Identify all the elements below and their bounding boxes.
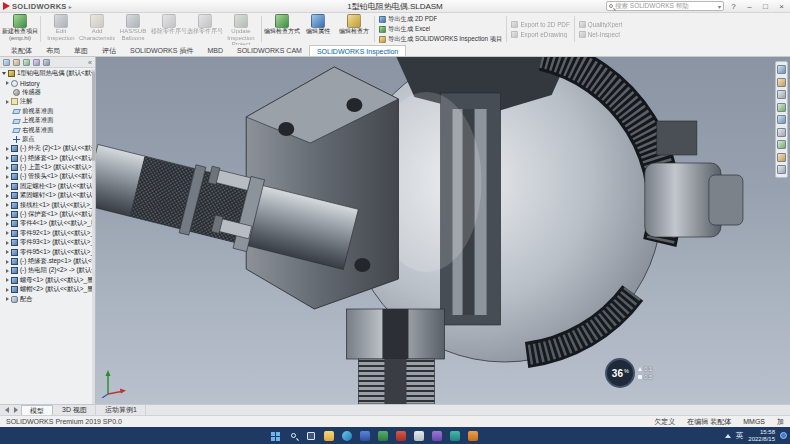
expand-arrow-icon[interactable]	[6, 260, 9, 264]
taskbar-app-3[interactable]	[377, 430, 389, 442]
solidworks-resources-icon[interactable]	[777, 65, 786, 74]
tree-item-part[interactable]: (-) 保护套<1> (默认<<默认>_显示状态>)	[0, 210, 95, 219]
tree-item-part[interactable]: (-) 上盖<1> (默认<<默认>_显示状态>)	[0, 163, 95, 172]
tray-expand-icon[interactable]	[725, 434, 731, 438]
ribbon-button-select-balloon[interactable]: 选择零件序号	[187, 13, 223, 45]
taskbar-app-6[interactable]	[431, 430, 443, 442]
taskbar-app-2[interactable]	[359, 430, 371, 442]
ribbon-button-export-to-2d-pdf[interactable]: Export to 2D PDF	[511, 20, 569, 29]
chevron-down-icon[interactable]: ▾	[718, 3, 721, 10]
ribbon-button-add-characteristic[interactable]: Add Characteristic	[79, 13, 115, 45]
tree-item-part[interactable]: (-) 绝缘套.step<1> (默认<<默认>_显示状态>)	[0, 257, 95, 266]
taskbar-file-explorer[interactable]	[323, 430, 335, 442]
maximize-button[interactable]: □	[759, 1, 772, 12]
expand-arrow-icon[interactable]	[6, 241, 9, 245]
tab-solidworks-addins[interactable]: SOLIDWORKS 插件	[123, 45, 200, 56]
expand-arrow-icon[interactable]	[6, 194, 9, 198]
tab-scroll-left-icon[interactable]	[5, 407, 9, 413]
ribbon-button-export-inspection-project-cn[interactable]: 导出生成 SOLIDWORKS Inspection 项目	[379, 35, 502, 44]
taskbar-app-5[interactable]	[413, 430, 425, 442]
expand-arrow-icon[interactable]	[6, 213, 9, 217]
taskbar-clock[interactable]: 15:58 2022/8/15	[748, 429, 775, 443]
status-tag[interactable]: 加	[777, 417, 784, 427]
task-view-button[interactable]	[305, 430, 317, 442]
expand-arrow-icon[interactable]	[6, 269, 9, 273]
tree-item-part[interactable]: 接线柱<1> (默认<<默认>_显示状态>)	[0, 200, 95, 209]
configuration-manager-icon[interactable]	[23, 59, 30, 66]
settings-pane-icon[interactable]	[777, 165, 786, 174]
graphics-area[interactable]: 36% 0.1 0.5	[96, 57, 790, 404]
tree-item-origin[interactable]: 原点	[0, 135, 95, 144]
panel-collapse-icon[interactable]: «	[88, 58, 92, 67]
tree-item-part[interactable]: 零件92<1> (默认<<默认>_显示状态>)	[0, 229, 95, 238]
tree-item-part[interactable]: 紧固螺钉<1> (默认<<默认>_显示状态>)	[0, 191, 95, 200]
ribbon-button-qualityxpert[interactable]: QualityXpert	[579, 20, 623, 29]
notification-icon[interactable]	[780, 432, 787, 439]
ribbon-button-export-2d-pdf-cn[interactable]: 导出生成 2D PDF	[379, 15, 502, 24]
close-button[interactable]: ×	[775, 1, 788, 12]
help-button[interactable]: ?	[727, 1, 740, 12]
expand-arrow-icon[interactable]	[6, 278, 9, 282]
dimxpert-manager-icon[interactable]	[33, 59, 40, 66]
expand-arrow-icon[interactable]	[6, 203, 9, 207]
tree-item-assembly-root[interactable]: 1型铂电阻热电偶 (默认<默认_显示状态-1>)	[0, 69, 95, 78]
ribbon-button-export-edrawing[interactable]: Export eDrawing	[511, 30, 569, 39]
tree-item-part[interactable]: 固定螺栓<1> (默认<<默认>_显示状态>)	[0, 182, 95, 191]
tab-assembly[interactable]: 装配体	[4, 45, 39, 56]
ribbon-button-remove-balloon[interactable]: 移除零件序号	[151, 13, 187, 45]
tab-3d-views[interactable]: 3D 视图	[54, 405, 96, 415]
view-palette-icon[interactable]	[777, 103, 786, 112]
tree-item-top-plane[interactable]: 上视基准面	[0, 116, 95, 125]
expand-arrow-icon[interactable]	[6, 166, 9, 170]
taskbar-app-1[interactable]	[341, 430, 353, 442]
model-right-boss[interactable]	[645, 121, 743, 237]
expand-arrow-icon[interactable]	[6, 184, 9, 188]
taskbar-app-8[interactable]	[467, 430, 479, 442]
feature-tree-icon[interactable]	[3, 59, 10, 66]
tree-item-part[interactable]: 零件95<1> (默认<<默认>_显示状态>)	[0, 247, 95, 256]
tab-evaluate[interactable]: 评估	[95, 45, 123, 56]
tab-motion-study[interactable]: 运动算例1	[97, 405, 146, 415]
expand-arrow-icon[interactable]	[6, 250, 9, 254]
tree-item-history[interactable]: History	[0, 78, 95, 87]
tree-item-mates[interactable]: 配合	[0, 294, 95, 303]
tab-solidworks-inspection[interactable]: SOLIDWORKS Inspection	[309, 45, 406, 56]
tab-solidworks-cam[interactable]: SOLIDWORKS CAM	[230, 45, 309, 56]
inspection-pane-icon[interactable]	[777, 140, 786, 149]
tree-item-right-plane[interactable]: 右视基准面	[0, 125, 95, 134]
tree-item-front-plane[interactable]: 前视基准面	[0, 107, 95, 116]
file-explorer-icon[interactable]	[777, 90, 786, 99]
expand-arrow-icon[interactable]	[6, 288, 9, 292]
property-manager-icon[interactable]	[13, 59, 20, 66]
ribbon-button-net-inspect[interactable]: Net-Inspect	[579, 30, 623, 39]
model-bottom-stem[interactable]	[346, 309, 444, 404]
taskbar-search-button[interactable]	[287, 430, 299, 442]
collapse-arrow-icon[interactable]	[2, 72, 6, 75]
tab-layout[interactable]: 布局	[39, 45, 67, 56]
ribbon-button-edit-inspection[interactable]: Edit Inspection	[43, 13, 79, 45]
panel-scrollbar[interactable]	[92, 69, 95, 404]
expand-arrow-icon[interactable]	[6, 175, 9, 179]
expand-arrow-icon[interactable]	[6, 231, 9, 235]
expand-arrow-icon[interactable]	[6, 156, 9, 160]
ribbon-button-edit-inspection[interactable]: 编辑检查方	[336, 13, 372, 45]
expand-arrow-icon[interactable]	[6, 222, 9, 226]
tab-mbd[interactable]: MBD	[200, 45, 230, 56]
expand-arrow-icon[interactable]	[6, 147, 9, 151]
tree-item-part[interactable]: (-) 管接头<1> (默认<<默认>_显示状态>)	[0, 172, 95, 181]
tree-item-part[interactable]: (-) 外壳 (2)<1> (默认<<默认>_显示状态>)	[0, 144, 95, 153]
ime-indicator[interactable]: 英	[736, 431, 744, 441]
ribbon-button-update-inspection-project[interactable]: Update Inspection Project	[223, 13, 259, 45]
tree-item-part[interactable]: (-) 绝缘套<1> (默认<<默认>_显示状态>)	[0, 154, 95, 163]
ribbon-button-has-sub-balloons[interactable]: HAS/SUB Balloons	[115, 13, 151, 45]
tree-item-part[interactable]: 螺母<1> (默认<<默认>_显示状态>)	[0, 276, 95, 285]
design-library-icon[interactable]	[777, 78, 786, 87]
status-units[interactable]: MMGS	[743, 418, 765, 425]
display-manager-icon[interactable]	[43, 59, 50, 66]
tree-item-annotations[interactable]: 注解	[0, 97, 95, 106]
minimize-button[interactable]: –	[743, 1, 756, 12]
tree-item-part[interactable]: 零件4<1> (默认<<默认>_显示状态>)	[0, 219, 95, 228]
ribbon-button-new-inspection-project[interactable]: 新建检查项目 (emp.hi)	[2, 13, 38, 45]
appearances-scenes-icon[interactable]	[777, 115, 786, 124]
custom-properties-icon[interactable]	[777, 128, 786, 137]
